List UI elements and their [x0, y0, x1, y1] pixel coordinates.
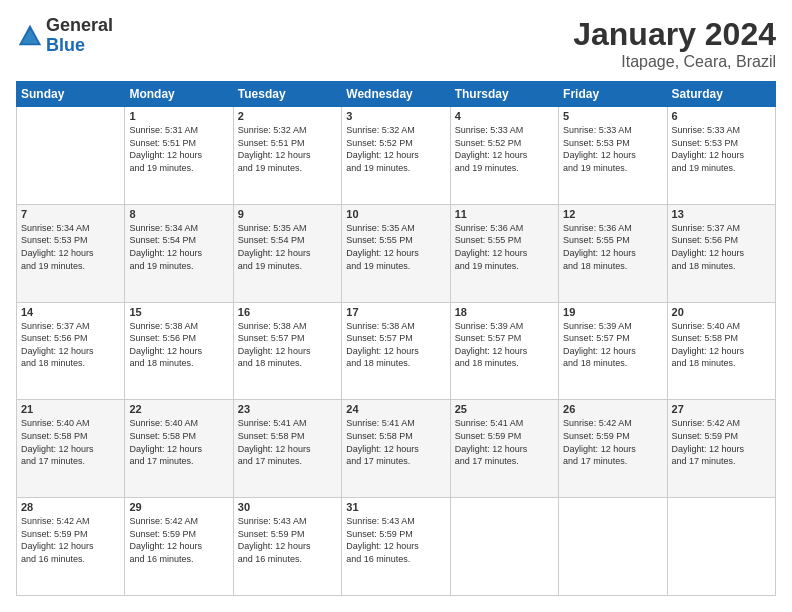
header-row: SundayMondayTuesdayWednesdayThursdayFrid… — [17, 82, 776, 107]
header-cell: Monday — [125, 82, 233, 107]
calendar-cell: 5Sunrise: 5:33 AM Sunset: 5:53 PM Daylig… — [559, 107, 667, 205]
calendar-cell — [667, 498, 775, 596]
day-number: 16 — [238, 306, 337, 318]
day-info: Sunrise: 5:36 AM Sunset: 5:55 PM Dayligh… — [455, 222, 554, 272]
calendar-cell: 3Sunrise: 5:32 AM Sunset: 5:52 PM Daylig… — [342, 107, 450, 205]
day-number: 6 — [672, 110, 771, 122]
day-number: 15 — [129, 306, 228, 318]
logo-general: General — [46, 16, 113, 36]
day-info: Sunrise: 5:41 AM Sunset: 5:58 PM Dayligh… — [238, 417, 337, 467]
day-info: Sunrise: 5:35 AM Sunset: 5:54 PM Dayligh… — [238, 222, 337, 272]
calendar-cell — [17, 107, 125, 205]
day-number: 30 — [238, 501, 337, 513]
header-cell: Saturday — [667, 82, 775, 107]
day-info: Sunrise: 5:38 AM Sunset: 5:57 PM Dayligh… — [238, 320, 337, 370]
day-info: Sunrise: 5:37 AM Sunset: 5:56 PM Dayligh… — [672, 222, 771, 272]
day-info: Sunrise: 5:40 AM Sunset: 5:58 PM Dayligh… — [21, 417, 120, 467]
calendar-cell: 2Sunrise: 5:32 AM Sunset: 5:51 PM Daylig… — [233, 107, 341, 205]
calendar-cell: 17Sunrise: 5:38 AM Sunset: 5:57 PM Dayli… — [342, 302, 450, 400]
calendar-cell: 24Sunrise: 5:41 AM Sunset: 5:58 PM Dayli… — [342, 400, 450, 498]
day-info: Sunrise: 5:34 AM Sunset: 5:53 PM Dayligh… — [21, 222, 120, 272]
calendar-cell: 13Sunrise: 5:37 AM Sunset: 5:56 PM Dayli… — [667, 204, 775, 302]
day-number: 2 — [238, 110, 337, 122]
day-info: Sunrise: 5:43 AM Sunset: 5:59 PM Dayligh… — [238, 515, 337, 565]
day-number: 13 — [672, 208, 771, 220]
calendar-cell: 15Sunrise: 5:38 AM Sunset: 5:56 PM Dayli… — [125, 302, 233, 400]
day-info: Sunrise: 5:39 AM Sunset: 5:57 PM Dayligh… — [455, 320, 554, 370]
header-cell: Thursday — [450, 82, 558, 107]
calendar-cell: 11Sunrise: 5:36 AM Sunset: 5:55 PM Dayli… — [450, 204, 558, 302]
day-number: 7 — [21, 208, 120, 220]
calendar-cell: 20Sunrise: 5:40 AM Sunset: 5:58 PM Dayli… — [667, 302, 775, 400]
calendar-cell: 30Sunrise: 5:43 AM Sunset: 5:59 PM Dayli… — [233, 498, 341, 596]
day-info: Sunrise: 5:42 AM Sunset: 5:59 PM Dayligh… — [563, 417, 662, 467]
calendar-cell — [559, 498, 667, 596]
calendar-cell: 14Sunrise: 5:37 AM Sunset: 5:56 PM Dayli… — [17, 302, 125, 400]
calendar-cell: 18Sunrise: 5:39 AM Sunset: 5:57 PM Dayli… — [450, 302, 558, 400]
calendar-table: SundayMondayTuesdayWednesdayThursdayFrid… — [16, 81, 776, 596]
calendar-cell: 26Sunrise: 5:42 AM Sunset: 5:59 PM Dayli… — [559, 400, 667, 498]
day-number: 3 — [346, 110, 445, 122]
calendar-cell: 4Sunrise: 5:33 AM Sunset: 5:52 PM Daylig… — [450, 107, 558, 205]
calendar-cell: 23Sunrise: 5:41 AM Sunset: 5:58 PM Dayli… — [233, 400, 341, 498]
calendar-cell: 7Sunrise: 5:34 AM Sunset: 5:53 PM Daylig… — [17, 204, 125, 302]
day-number: 19 — [563, 306, 662, 318]
day-info: Sunrise: 5:42 AM Sunset: 5:59 PM Dayligh… — [21, 515, 120, 565]
day-info: Sunrise: 5:40 AM Sunset: 5:58 PM Dayligh… — [672, 320, 771, 370]
calendar-row: 1Sunrise: 5:31 AM Sunset: 5:51 PM Daylig… — [17, 107, 776, 205]
day-number: 11 — [455, 208, 554, 220]
day-info: Sunrise: 5:35 AM Sunset: 5:55 PM Dayligh… — [346, 222, 445, 272]
calendar-cell: 10Sunrise: 5:35 AM Sunset: 5:55 PM Dayli… — [342, 204, 450, 302]
logo-text: General Blue — [46, 16, 113, 56]
day-number: 27 — [672, 403, 771, 415]
day-number: 21 — [21, 403, 120, 415]
calendar-cell: 8Sunrise: 5:34 AM Sunset: 5:54 PM Daylig… — [125, 204, 233, 302]
calendar-row: 7Sunrise: 5:34 AM Sunset: 5:53 PM Daylig… — [17, 204, 776, 302]
page-subtitle: Itapage, Ceara, Brazil — [573, 53, 776, 71]
header-cell: Wednesday — [342, 82, 450, 107]
calendar-cell: 6Sunrise: 5:33 AM Sunset: 5:53 PM Daylig… — [667, 107, 775, 205]
day-info: Sunrise: 5:31 AM Sunset: 5:51 PM Dayligh… — [129, 124, 228, 174]
day-number: 1 — [129, 110, 228, 122]
day-info: Sunrise: 5:37 AM Sunset: 5:56 PM Dayligh… — [21, 320, 120, 370]
day-info: Sunrise: 5:40 AM Sunset: 5:58 PM Dayligh… — [129, 417, 228, 467]
day-info: Sunrise: 5:43 AM Sunset: 5:59 PM Dayligh… — [346, 515, 445, 565]
day-info: Sunrise: 5:32 AM Sunset: 5:51 PM Dayligh… — [238, 124, 337, 174]
day-info: Sunrise: 5:33 AM Sunset: 5:52 PM Dayligh… — [455, 124, 554, 174]
calendar-cell: 21Sunrise: 5:40 AM Sunset: 5:58 PM Dayli… — [17, 400, 125, 498]
logo-blue: Blue — [46, 36, 113, 56]
day-number: 26 — [563, 403, 662, 415]
calendar-row: 28Sunrise: 5:42 AM Sunset: 5:59 PM Dayli… — [17, 498, 776, 596]
title-block: January 2024 Itapage, Ceara, Brazil — [573, 16, 776, 71]
day-number: 14 — [21, 306, 120, 318]
day-number: 10 — [346, 208, 445, 220]
day-number: 18 — [455, 306, 554, 318]
day-number: 5 — [563, 110, 662, 122]
day-number: 22 — [129, 403, 228, 415]
day-number: 24 — [346, 403, 445, 415]
calendar-row: 14Sunrise: 5:37 AM Sunset: 5:56 PM Dayli… — [17, 302, 776, 400]
calendar-cell: 19Sunrise: 5:39 AM Sunset: 5:57 PM Dayli… — [559, 302, 667, 400]
calendar-cell: 16Sunrise: 5:38 AM Sunset: 5:57 PM Dayli… — [233, 302, 341, 400]
calendar-header: SundayMondayTuesdayWednesdayThursdayFrid… — [17, 82, 776, 107]
day-number: 29 — [129, 501, 228, 513]
day-info: Sunrise: 5:38 AM Sunset: 5:57 PM Dayligh… — [346, 320, 445, 370]
day-info: Sunrise: 5:39 AM Sunset: 5:57 PM Dayligh… — [563, 320, 662, 370]
day-number: 4 — [455, 110, 554, 122]
calendar-cell — [450, 498, 558, 596]
day-info: Sunrise: 5:33 AM Sunset: 5:53 PM Dayligh… — [563, 124, 662, 174]
day-info: Sunrise: 5:42 AM Sunset: 5:59 PM Dayligh… — [672, 417, 771, 467]
calendar-cell: 28Sunrise: 5:42 AM Sunset: 5:59 PM Dayli… — [17, 498, 125, 596]
calendar-body: 1Sunrise: 5:31 AM Sunset: 5:51 PM Daylig… — [17, 107, 776, 596]
day-number: 23 — [238, 403, 337, 415]
page: General Blue January 2024 Itapage, Ceara… — [0, 0, 792, 612]
day-info: Sunrise: 5:34 AM Sunset: 5:54 PM Dayligh… — [129, 222, 228, 272]
calendar-cell: 29Sunrise: 5:42 AM Sunset: 5:59 PM Dayli… — [125, 498, 233, 596]
logo-icon — [16, 22, 44, 50]
day-number: 9 — [238, 208, 337, 220]
day-number: 8 — [129, 208, 228, 220]
calendar-row: 21Sunrise: 5:40 AM Sunset: 5:58 PM Dayli… — [17, 400, 776, 498]
day-number: 20 — [672, 306, 771, 318]
calendar-cell: 12Sunrise: 5:36 AM Sunset: 5:55 PM Dayli… — [559, 204, 667, 302]
day-info: Sunrise: 5:36 AM Sunset: 5:55 PM Dayligh… — [563, 222, 662, 272]
